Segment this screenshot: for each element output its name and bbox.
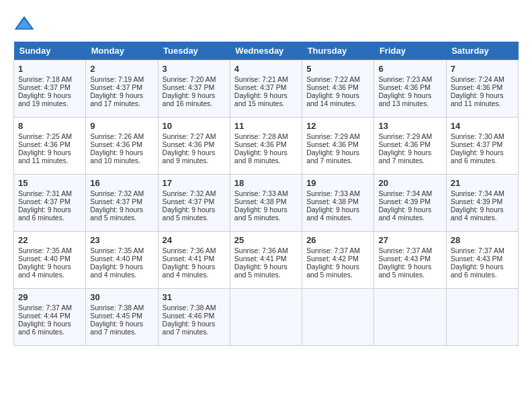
calendar-cell <box>446 289 518 346</box>
sunrise-text: Sunrise: 7:38 AM <box>163 304 216 312</box>
sunrise-text: Sunrise: 7:30 AM <box>451 132 504 140</box>
day-number: 9 <box>90 121 153 131</box>
daylight-text: Daylight: 9 hours and 4 minutes. <box>90 263 143 279</box>
header-thursday: Thursday <box>302 42 374 60</box>
calendar-cell: 11Sunrise: 7:28 AMSunset: 4:36 PMDayligh… <box>230 118 302 175</box>
day-number: 6 <box>378 64 441 74</box>
sunset-text: Sunset: 4:42 PM <box>306 255 359 263</box>
daylight-text: Daylight: 9 hours and 16 minutes. <box>163 91 216 107</box>
sunrise-text: Sunrise: 7:31 AM <box>18 189 72 197</box>
logo <box>13 13 38 35</box>
calendar-cell: 9Sunrise: 7:26 AMSunset: 4:36 PMDaylight… <box>86 118 158 175</box>
sunset-text: Sunset: 4:39 PM <box>378 197 431 205</box>
calendar-cell: 8Sunrise: 7:25 AMSunset: 4:36 PMDaylight… <box>14 118 86 175</box>
daylight-text: Daylight: 9 hours and 6 minutes. <box>18 205 71 222</box>
day-number: 30 <box>90 292 153 302</box>
sunset-text: Sunset: 4:37 PM <box>18 83 71 91</box>
daylight-text: Daylight: 9 hours and 13 minutes. <box>378 91 431 107</box>
sunset-text: Sunset: 4:45 PM <box>90 312 142 320</box>
sunset-text: Sunset: 4:37 PM <box>163 83 215 91</box>
sunrise-text: Sunrise: 7:37 AM <box>451 246 504 255</box>
sunset-text: Sunset: 4:40 PM <box>18 255 71 263</box>
sunset-text: Sunset: 4:38 PM <box>306 197 359 205</box>
day-number: 24 <box>163 235 226 245</box>
day-number: 14 <box>451 121 514 131</box>
day-number: 4 <box>234 64 298 74</box>
sunrise-text: Sunrise: 7:36 AM <box>163 246 216 255</box>
sunrise-text: Sunrise: 7:34 AM <box>378 189 432 197</box>
sunrise-text: Sunrise: 7:37 AM <box>306 246 360 255</box>
sunrise-text: Sunrise: 7:35 AM <box>90 246 144 255</box>
daylight-text: Daylight: 9 hours and 7 minutes. <box>90 320 143 336</box>
sunrise-text: Sunrise: 7:19 AM <box>90 75 144 83</box>
day-number: 23 <box>90 235 153 245</box>
sunrise-text: Sunrise: 7:38 AM <box>90 304 144 312</box>
sunset-text: Sunset: 4:37 PM <box>234 83 287 91</box>
sunset-text: Sunset: 4:36 PM <box>90 140 142 148</box>
day-number: 26 <box>306 235 369 245</box>
day-number: 19 <box>306 178 369 188</box>
calendar-cell: 14Sunrise: 7:30 AMSunset: 4:37 PMDayligh… <box>446 118 518 175</box>
calendar-cell: 18Sunrise: 7:33 AMSunset: 4:38 PMDayligh… <box>230 175 302 232</box>
sunrise-text: Sunrise: 7:32 AM <box>90 189 144 197</box>
header-saturday: Saturday <box>446 42 518 60</box>
day-number: 12 <box>306 121 369 131</box>
day-number: 11 <box>234 121 298 131</box>
week-row-2: 8Sunrise: 7:25 AMSunset: 4:36 PMDaylight… <box>14 118 519 175</box>
header-friday: Friday <box>374 42 446 60</box>
day-number: 28 <box>451 235 514 245</box>
sunrise-text: Sunrise: 7:25 AM <box>18 132 72 140</box>
calendar-cell <box>302 289 374 346</box>
day-number: 16 <box>90 178 153 188</box>
daylight-text: Daylight: 9 hours and 5 minutes. <box>90 205 143 222</box>
sunset-text: Sunset: 4:44 PM <box>18 312 71 320</box>
calendar-cell: 21Sunrise: 7:34 AMSunset: 4:39 PMDayligh… <box>446 175 518 232</box>
calendar-cell: 12Sunrise: 7:29 AMSunset: 4:36 PMDayligh… <box>302 118 374 175</box>
calendar-table: SundayMondayTuesdayWednesdayThursdayFrid… <box>13 42 519 346</box>
daylight-text: Daylight: 9 hours and 6 minutes. <box>451 263 504 279</box>
sunrise-text: Sunrise: 7:35 AM <box>18 246 72 255</box>
day-number: 31 <box>163 292 226 302</box>
sunset-text: Sunset: 4:40 PM <box>90 255 142 263</box>
calendar-cell <box>374 289 446 346</box>
calendar-cell: 24Sunrise: 7:36 AMSunset: 4:41 PMDayligh… <box>158 232 230 289</box>
sunrise-text: Sunrise: 7:26 AM <box>90 132 144 140</box>
calendar-cell: 6Sunrise: 7:23 AMSunset: 4:36 PMDaylight… <box>374 60 446 118</box>
daylight-text: Daylight: 9 hours and 14 minutes. <box>306 91 359 107</box>
header-sunday: Sunday <box>14 42 86 60</box>
weekday-header-row: SundayMondayTuesdayWednesdayThursdayFrid… <box>14 42 519 60</box>
daylight-text: Daylight: 9 hours and 9 minutes. <box>163 148 216 165</box>
daylight-text: Daylight: 9 hours and 11 minutes. <box>451 91 504 107</box>
header-wednesday: Wednesday <box>230 42 302 60</box>
sunset-text: Sunset: 4:43 PM <box>451 255 503 263</box>
sunrise-text: Sunrise: 7:29 AM <box>306 132 360 140</box>
sunset-text: Sunset: 4:37 PM <box>451 140 503 148</box>
daylight-text: Daylight: 9 hours and 7 minutes. <box>163 320 216 336</box>
header-tuesday: Tuesday <box>158 42 230 60</box>
daylight-text: Daylight: 9 hours and 5 minutes. <box>234 263 287 279</box>
day-number: 8 <box>18 121 81 131</box>
daylight-text: Daylight: 9 hours and 5 minutes. <box>234 205 287 222</box>
day-number: 20 <box>378 178 441 188</box>
daylight-text: Daylight: 9 hours and 11 minutes. <box>18 148 71 165</box>
day-number: 1 <box>18 64 81 74</box>
calendar-cell: 27Sunrise: 7:37 AMSunset: 4:43 PMDayligh… <box>374 232 446 289</box>
day-number: 18 <box>234 178 298 188</box>
day-number: 17 <box>163 178 226 188</box>
sunrise-text: Sunrise: 7:34 AM <box>451 189 504 197</box>
daylight-text: Daylight: 9 hours and 7 minutes. <box>306 148 359 165</box>
sunrise-text: Sunrise: 7:37 AM <box>18 304 72 312</box>
daylight-text: Daylight: 9 hours and 17 minutes. <box>90 91 143 107</box>
daylight-text: Daylight: 9 hours and 6 minutes. <box>451 148 504 165</box>
sunrise-text: Sunrise: 7:37 AM <box>378 246 432 255</box>
calendar-cell: 17Sunrise: 7:32 AMSunset: 4:37 PMDayligh… <box>158 175 230 232</box>
calendar-cell: 10Sunrise: 7:27 AMSunset: 4:36 PMDayligh… <box>158 118 230 175</box>
day-number: 7 <box>451 64 514 74</box>
sunrise-text: Sunrise: 7:28 AM <box>234 132 288 140</box>
calendar-cell: 5Sunrise: 7:22 AMSunset: 4:36 PMDaylight… <box>302 60 374 118</box>
daylight-text: Daylight: 9 hours and 19 minutes. <box>18 91 71 107</box>
day-number: 21 <box>451 178 514 188</box>
day-number: 3 <box>163 64 226 74</box>
sunset-text: Sunset: 4:43 PM <box>378 255 431 263</box>
sunrise-text: Sunrise: 7:21 AM <box>234 75 288 83</box>
